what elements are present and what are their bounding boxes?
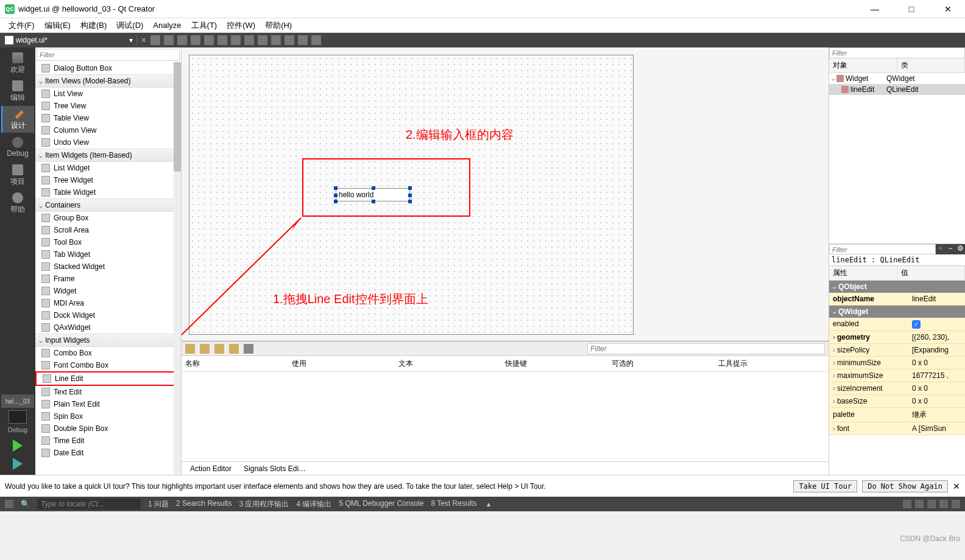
- column-header[interactable]: 文本: [398, 359, 505, 369]
- run-debug-button[interactable]: [13, 458, 23, 470]
- widget-item[interactable]: Table Widget: [35, 186, 181, 198]
- bottom-tab[interactable]: Signals Slots Edi…: [239, 463, 311, 474]
- widget-item[interactable]: Undo View: [35, 136, 181, 149]
- toolbar-btn[interactable]: [217, 35, 227, 45]
- property-row[interactable]: minimumSize0 x 0: [829, 357, 965, 369]
- object-filter[interactable]: [829, 47, 965, 58]
- status-icon[interactable]: [939, 500, 948, 508]
- status-icon[interactable]: [952, 500, 960, 508]
- widget-item[interactable]: Group Box: [35, 212, 181, 224]
- toolbar-btn[interactable]: [191, 35, 200, 45]
- widget-item[interactable]: List Widget: [35, 162, 181, 174]
- widget-item[interactable]: Line Edit: [35, 371, 181, 386]
- action-filter[interactable]: [587, 343, 825, 354]
- property-row[interactable]: geometry[(260, 230),: [829, 331, 965, 344]
- widget-item[interactable]: Tab Widget: [35, 248, 181, 261]
- property-row[interactable]: enabled✓: [829, 318, 965, 331]
- status-item[interactable]: 3 应用程序输出: [239, 499, 289, 509]
- mode-edit[interactable]: 编辑: [1, 78, 34, 105]
- property-row[interactable]: sizeIncrement0 x 0: [829, 382, 965, 395]
- design-canvas[interactable]: hello world 2.编辑输入框的内容 1.拖拽Line Edit控件到界…: [182, 47, 829, 341]
- menu-item[interactable]: Analyze: [149, 19, 185, 31]
- toolbar-btn[interactable]: [244, 35, 254, 45]
- status-item[interactable]: 4 编译输出: [296, 499, 331, 509]
- toolbar-btn[interactable]: [311, 35, 321, 45]
- column-header[interactable]: 快捷键: [505, 359, 612, 369]
- action-icon[interactable]: [200, 344, 210, 354]
- toggle-left-icon[interactable]: [5, 500, 13, 508]
- menu-item[interactable]: 工具(T): [188, 19, 221, 32]
- widget-filter[interactable]: [37, 49, 179, 60]
- close-icon[interactable]: ✕: [141, 36, 147, 44]
- status-item[interactable]: 5 QML Debugger Console: [339, 499, 423, 509]
- dismiss-tour-button[interactable]: Do Not Show Again: [862, 480, 948, 492]
- property-row[interactable]: fontA [SimSun: [829, 422, 965, 435]
- object-tree[interactable]: ⌵WidgetQWidgetlineEditQLineEdit: [829, 73, 965, 243]
- mode-welcome[interactable]: 欢迎: [1, 50, 34, 77]
- settings-icon[interactable]: ⚙: [955, 244, 965, 254]
- toolbar-btn[interactable]: [204, 35, 214, 45]
- widget-item[interactable]: Column View: [35, 124, 181, 136]
- widget-item[interactable]: MDI Area: [35, 297, 181, 309]
- run-button[interactable]: [13, 439, 23, 452]
- column-header[interactable]: 名称: [185, 359, 292, 369]
- file-label[interactable]: widget.ui* ▾: [5, 36, 133, 44]
- add-property-icon[interactable]: +: [936, 244, 946, 254]
- action-icon[interactable]: [229, 344, 239, 354]
- widget-category[interactable]: Item Views (Model-Based): [35, 74, 181, 88]
- toolbar-btn[interactable]: [298, 35, 308, 45]
- widget-category[interactable]: Item Widgets (Item-Based): [35, 149, 181, 162]
- close-button[interactable]: ✕: [936, 4, 960, 14]
- property-table[interactable]: QObjectobjectNamelineEditQWidgetenabled✓…: [829, 281, 965, 475]
- widget-category[interactable]: Containers: [35, 198, 181, 212]
- toolbar-btn[interactable]: [258, 35, 267, 45]
- widget-item[interactable]: Time Edit: [35, 435, 181, 447]
- target-selector[interactable]: [9, 410, 27, 424]
- toolbar-btn[interactable]: [150, 35, 160, 45]
- widget-item[interactable]: Scroll Area: [35, 224, 181, 236]
- widget-item[interactable]: Spin Box: [35, 410, 181, 422]
- menu-item[interactable]: 帮助(H): [261, 19, 295, 32]
- action-icon[interactable]: [244, 344, 253, 354]
- widget-item[interactable]: List View: [35, 88, 181, 100]
- property-row[interactable]: maximumSize16777215 .: [829, 369, 965, 382]
- toolbar-btn[interactable]: [285, 35, 294, 45]
- property-filter[interactable]: [829, 244, 936, 254]
- widget-item[interactable]: Text Edit: [35, 386, 181, 398]
- toolbar-btn[interactable]: [231, 35, 241, 45]
- action-table-body[interactable]: [182, 372, 829, 461]
- bottom-tab[interactable]: Action Editor: [185, 463, 236, 474]
- property-row[interactable]: objectNamelineEdit: [829, 293, 965, 306]
- menu-item[interactable]: 控件(W): [223, 19, 259, 32]
- status-icon[interactable]: [927, 500, 936, 508]
- mode-projects[interactable]: 项目: [1, 162, 34, 189]
- status-item[interactable]: 1 问题: [148, 499, 169, 509]
- minimize-button[interactable]: —: [863, 4, 887, 14]
- status-item[interactable]: 2 Search Results: [176, 499, 232, 509]
- widget-item[interactable]: QAxWidget: [35, 321, 181, 334]
- object-tree-row[interactable]: lineEditQLineEdit: [829, 84, 965, 95]
- widget-item[interactable]: Frame: [35, 273, 181, 285]
- widget-item[interactable]: Widget: [35, 285, 181, 297]
- project-tab[interactable]: hel…_03: [1, 394, 34, 408]
- status-item[interactable]: 8 Test Results: [431, 499, 476, 509]
- widget-list[interactable]: Dialog Button BoxItem Views (Model-Based…: [35, 62, 181, 475]
- menu-item[interactable]: 调试(D): [113, 19, 147, 32]
- widget-item[interactable]: Table View: [35, 112, 181, 124]
- widget-item[interactable]: Dialog Button Box: [35, 62, 181, 74]
- property-group[interactable]: QObject: [829, 281, 965, 293]
- status-icon[interactable]: [903, 500, 911, 508]
- column-header[interactable]: 工具提示: [718, 359, 825, 369]
- maximize-button[interactable]: □: [899, 4, 924, 14]
- object-tree-row[interactable]: ⌵WidgetQWidget: [829, 73, 965, 84]
- column-header[interactable]: 可选的: [612, 359, 718, 369]
- widget-category[interactable]: Input Widgets: [35, 334, 181, 347]
- property-group[interactable]: QWidget: [829, 306, 965, 318]
- widget-item[interactable]: Date Edit: [35, 447, 181, 459]
- widget-item[interactable]: Font Combo Box: [35, 359, 181, 371]
- widget-item[interactable]: Tool Box: [35, 236, 181, 248]
- mode-help[interactable]: 帮助: [1, 190, 34, 217]
- scrollbar[interactable]: [174, 62, 181, 475]
- widget-item[interactable]: Tree View: [35, 100, 181, 112]
- property-row[interactable]: sizePolicy[Expanding: [829, 344, 965, 357]
